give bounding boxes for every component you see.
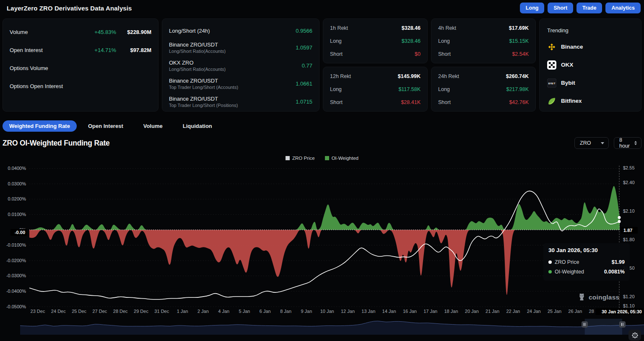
top-bar: LayerZero ZRO Derivatives Data Analysis … xyxy=(0,0,644,16)
svg-text:21 Jan: 21 Jan xyxy=(486,309,499,314)
ratio-sublabel: Top Trader Long/Short (Accounts) xyxy=(169,85,296,90)
rekt-period: 4h Rekt xyxy=(438,25,509,31)
page-title: LayerZero ZRO Derivatives Data Analysis xyxy=(7,5,132,12)
legend-swatch-icon xyxy=(286,156,290,160)
svg-text:13 Jan: 13 Jan xyxy=(361,309,375,314)
rekt-long-value: $15.15K xyxy=(509,38,529,44)
price-dot-icon xyxy=(548,260,552,264)
rekt-short-value: $28.41K xyxy=(401,99,421,105)
navigator-selection xyxy=(585,319,622,335)
ratio-label: Binance ZRO/USDT xyxy=(169,78,296,84)
legend-item-oi-weighted[interactable]: OI-Weighted xyxy=(325,156,358,161)
svg-text:-0.0200%: -0.0200% xyxy=(6,258,26,263)
chart-tooltip: 30 Jan 2026, 05:30 ZRO Price $1.99 OI-We… xyxy=(543,243,630,281)
analytics-button[interactable]: Analytics xyxy=(605,3,641,13)
rekt-panels: 1h Rekt$328.46 Long$328.46 Short$0 4h Re… xyxy=(323,18,536,112)
long-button[interactable]: Long xyxy=(520,3,545,13)
range-navigator[interactable] xyxy=(0,317,644,336)
rekt-short-value: $0 xyxy=(415,51,421,57)
tab-open-interest[interactable]: Open Interest xyxy=(79,120,132,132)
rekt-card-24h: 24h Rekt$260.74K Long$217.98K Short$42.7… xyxy=(431,67,536,112)
navigator-handle-left[interactable] xyxy=(582,321,588,328)
svg-text:$2.40: $2.40 xyxy=(623,180,635,185)
ratio-row: Binance ZRO/USDT Top Trader Long/Short (… xyxy=(169,93,312,111)
rekt-short-label: Short xyxy=(438,51,512,57)
rekt-total: $328.46 xyxy=(402,25,421,31)
trending-item-binance[interactable]: Binance xyxy=(547,38,634,56)
tooltip-date: 30 Jan 2026, 05:30 xyxy=(548,247,625,253)
svg-text:1 Jan: 1 Jan xyxy=(177,309,188,314)
funding-area-negative xyxy=(29,230,620,295)
svg-text:-0.0300%: -0.0300% xyxy=(6,273,26,278)
rekt-card-4h: 4h Rekt$17.69K Long$15.15K Short$2.54K xyxy=(431,18,536,63)
trending-title: Trending xyxy=(547,23,634,38)
ratio-row: OKX ZRO Long/Short Ratio(Accounts) 0.77 xyxy=(169,57,312,75)
svg-text:$2.10: $2.10 xyxy=(623,208,635,213)
trending-item-bybit[interactable]: BYB!T Bybit xyxy=(547,74,634,92)
svg-text:9 Jan: 9 Jan xyxy=(301,309,312,314)
stat-row-open-interest: Open Interest +14.71% $97.82M xyxy=(10,41,151,59)
watermark-text: coinglass xyxy=(589,294,619,301)
chart-legend: ZRO Price OI-Weighted xyxy=(0,156,644,161)
svg-text:18 Jan: 18 Jan xyxy=(444,309,458,314)
svg-text:2 Jan: 2 Jan xyxy=(197,309,209,314)
ratio-value: 0.77 xyxy=(302,62,312,69)
stat-value: $97.82M xyxy=(116,47,151,53)
interval-select[interactable]: 8 hour xyxy=(614,137,641,149)
rekt-long-value: $328.46 xyxy=(402,38,421,44)
funding-last-dot xyxy=(618,216,621,219)
crosshair-date-badge: 30 Jan 2026, 05:30 xyxy=(602,309,642,314)
stat-label: Volume xyxy=(10,29,84,35)
svg-text:27 Dec: 27 Dec xyxy=(92,309,107,314)
stat-label: Open Interest xyxy=(10,47,84,53)
svg-text:-0.0500%: -0.0500% xyxy=(6,304,26,309)
okx-icon xyxy=(547,60,556,70)
chart-header: ZRO OI-Weighted Funding Rate ZRO 8 hour xyxy=(3,137,641,149)
svg-text:$1.80: $1.80 xyxy=(623,237,635,242)
svg-text:25 Jan: 25 Jan xyxy=(548,309,561,314)
trending-panel: Trending Binance OKX BYB!T Bybit xyxy=(539,18,641,112)
short-button[interactable]: Short xyxy=(548,3,573,13)
svg-text:31 Dec: 31 Dec xyxy=(154,309,169,314)
trade-button[interactable]: Trade xyxy=(576,3,602,13)
svg-text:23 Dec: 23 Dec xyxy=(31,309,45,314)
svg-text:$1.20: $1.20 xyxy=(623,294,635,299)
tooltip-row: ZRO Price $1.99 xyxy=(548,257,625,267)
ratio-value: 1.0597 xyxy=(296,44,312,51)
svg-text:$2.55: $2.55 xyxy=(623,165,635,170)
rekt-short-value: $42.76K xyxy=(509,99,529,105)
rekt-total: $17.69K xyxy=(509,25,529,31)
ratio-sublabel: Long/Short Ratio(Accounts) xyxy=(169,49,296,54)
navigator-handle-right[interactable] xyxy=(619,321,626,328)
svg-text:0.0200%: 0.0200% xyxy=(8,196,26,201)
symbol-select-value: ZRO xyxy=(580,140,591,146)
tooltip-series-value: 0.0081% xyxy=(604,269,625,275)
tab-liquidation[interactable]: Liquidation xyxy=(174,120,221,132)
funding-area-positive xyxy=(29,186,620,230)
rekt-total: $260.74K xyxy=(506,73,529,79)
funding-rate-chart[interactable]: 0.0400%0.0300%0.0200%0.0100%0%-0.0100%-0… xyxy=(0,163,644,317)
legend-item-zro-price[interactable]: ZRO Price xyxy=(286,156,315,161)
symbol-select[interactable]: ZRO xyxy=(574,137,609,149)
settings-button[interactable] xyxy=(628,330,641,341)
trending-item-bitfinex[interactable]: Bitfinex xyxy=(547,92,634,110)
tooltip-row: OI-Weighted 0.0081% xyxy=(548,267,625,276)
svg-text:24 Jan: 24 Jan xyxy=(527,309,541,314)
zero-badge: -0.00 xyxy=(15,230,25,235)
ratio-sublabel: Long/Short Ratio(Accounts) xyxy=(169,67,302,72)
svg-text:6 Jan: 6 Jan xyxy=(260,309,271,314)
exchange-name: Bybit xyxy=(561,80,575,86)
svg-text:12 Jan: 12 Jan xyxy=(341,309,355,314)
svg-text:22 Jan: 22 Jan xyxy=(506,309,520,314)
stat-value: $228.90M xyxy=(116,29,151,35)
tab-volume[interactable]: Volume xyxy=(135,120,171,132)
rekt-period: 12h Rekt xyxy=(330,73,398,79)
stat-label: Options Volume xyxy=(10,65,84,71)
svg-text:-0.0100%: -0.0100% xyxy=(6,242,26,247)
legend-label: ZRO Price xyxy=(292,156,315,161)
tab-weighted-funding-rate[interactable]: Weighted Funding Rate xyxy=(3,120,77,132)
ratio-sublabel: Top Trader Long/Short (Positions) xyxy=(169,103,296,108)
svg-text:14 Jan: 14 Jan xyxy=(382,309,396,314)
trending-item-okx[interactable]: OKX xyxy=(547,56,634,74)
ratio-value: 1.0715 xyxy=(296,99,312,105)
